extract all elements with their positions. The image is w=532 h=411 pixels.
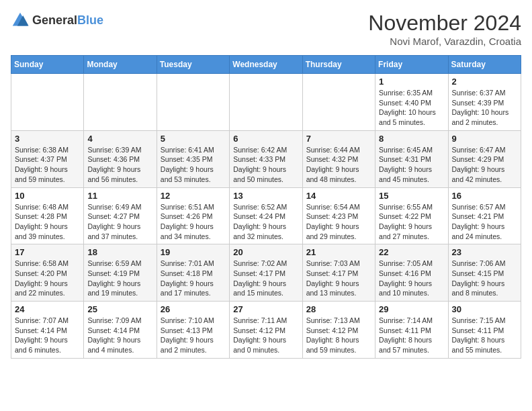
calendar-cell: 7Sunrise: 6:44 AM Sunset: 4:32 PM Daylig…	[302, 130, 375, 187]
day-info: Sunrise: 7:13 AM Sunset: 4:12 PM Dayligh…	[306, 316, 371, 355]
calendar-table: SundayMondayTuesdayWednesdayThursdayFrid…	[11, 55, 521, 359]
day-info: Sunrise: 6:42 AM Sunset: 4:33 PM Dayligh…	[233, 145, 298, 185]
calendar-cell: 23Sunrise: 7:06 AM Sunset: 4:15 PM Dayli…	[448, 244, 521, 302]
calendar-cell: 13Sunrise: 6:52 AM Sunset: 4:24 PM Dayli…	[230, 187, 302, 244]
logo-text-blue: Blue	[77, 13, 103, 27]
day-number: 9	[452, 134, 517, 144]
day-number: 11	[87, 191, 152, 201]
day-number: 4	[87, 134, 152, 144]
day-number: 5	[161, 134, 226, 144]
day-info: Sunrise: 6:45 AM Sunset: 4:31 PM Dayligh…	[379, 145, 444, 185]
calendar-cell: 22Sunrise: 7:05 AM Sunset: 4:16 PM Dayli…	[375, 244, 448, 302]
day-info: Sunrise: 6:54 AM Sunset: 4:23 PM Dayligh…	[306, 202, 371, 242]
day-number: 25	[87, 304, 152, 314]
day-info: Sunrise: 7:07 AM Sunset: 4:14 PM Dayligh…	[15, 316, 80, 355]
month-title: November 2024	[368, 11, 521, 36]
calendar-week-row: 24Sunrise: 7:07 AM Sunset: 4:14 PM Dayli…	[11, 302, 521, 359]
calendar-cell	[11, 74, 84, 131]
calendar-cell: 30Sunrise: 7:15 AM Sunset: 4:11 PM Dayli…	[448, 302, 521, 359]
calendar-cell: 10Sunrise: 6:48 AM Sunset: 4:28 PM Dayli…	[11, 187, 84, 244]
day-number: 24	[15, 304, 80, 314]
day-info: Sunrise: 6:59 AM Sunset: 4:19 PM Dayligh…	[87, 259, 152, 298]
day-number: 18	[87, 247, 152, 257]
calendar-cell: 4Sunrise: 6:39 AM Sunset: 4:36 PM Daylig…	[84, 130, 157, 187]
day-info: Sunrise: 6:57 AM Sunset: 4:21 PM Dayligh…	[452, 202, 517, 242]
day-info: Sunrise: 7:02 AM Sunset: 4:17 PM Dayligh…	[233, 259, 298, 298]
calendar-cell: 1Sunrise: 6:35 AM Sunset: 4:40 PM Daylig…	[375, 74, 448, 131]
day-number: 1	[379, 77, 444, 87]
day-info: Sunrise: 7:11 AM Sunset: 4:12 PM Dayligh…	[233, 316, 298, 355]
day-info: Sunrise: 6:49 AM Sunset: 4:27 PM Dayligh…	[87, 202, 152, 242]
calendar-week-row: 1Sunrise: 6:35 AM Sunset: 4:40 PM Daylig…	[11, 74, 521, 131]
day-number: 21	[306, 247, 371, 257]
calendar-cell: 8Sunrise: 6:45 AM Sunset: 4:31 PM Daylig…	[375, 130, 448, 187]
calendar-cell: 21Sunrise: 7:03 AM Sunset: 4:17 PM Dayli…	[302, 244, 375, 302]
day-info: Sunrise: 7:10 AM Sunset: 4:13 PM Dayligh…	[161, 316, 226, 355]
calendar-cell: 18Sunrise: 6:59 AM Sunset: 4:19 PM Dayli…	[84, 244, 157, 302]
calendar-cell: 19Sunrise: 7:01 AM Sunset: 4:18 PM Dayli…	[157, 244, 229, 302]
calendar-week-row: 3Sunrise: 6:38 AM Sunset: 4:37 PM Daylig…	[11, 130, 521, 187]
day-info: Sunrise: 6:35 AM Sunset: 4:40 PM Dayligh…	[379, 88, 444, 128]
day-number: 26	[161, 304, 226, 314]
logo-icon	[11, 11, 30, 30]
day-number: 10	[15, 191, 80, 201]
day-number: 22	[379, 247, 444, 257]
day-info: Sunrise: 7:03 AM Sunset: 4:17 PM Dayligh…	[306, 259, 371, 298]
weekday-header-saturday: Saturday	[448, 56, 521, 74]
calendar-cell: 5Sunrise: 6:41 AM Sunset: 4:35 PM Daylig…	[157, 130, 229, 187]
day-info: Sunrise: 6:37 AM Sunset: 4:39 PM Dayligh…	[452, 88, 517, 128]
logo: GeneralBlue	[11, 11, 103, 30]
day-number: 20	[233, 247, 298, 257]
day-number: 29	[379, 304, 444, 314]
calendar-cell: 3Sunrise: 6:38 AM Sunset: 4:37 PM Daylig…	[11, 130, 84, 187]
calendar-cell	[230, 74, 302, 131]
day-info: Sunrise: 6:47 AM Sunset: 4:29 PM Dayligh…	[452, 145, 517, 185]
calendar-cell: 15Sunrise: 6:55 AM Sunset: 4:22 PM Dayli…	[375, 187, 448, 244]
calendar-week-row: 17Sunrise: 6:58 AM Sunset: 4:20 PM Dayli…	[11, 244, 521, 302]
weekday-header-monday: Monday	[84, 56, 157, 74]
day-info: Sunrise: 6:58 AM Sunset: 4:20 PM Dayligh…	[15, 259, 80, 298]
calendar-cell: 24Sunrise: 7:07 AM Sunset: 4:14 PM Dayli…	[11, 302, 84, 359]
calendar-cell: 9Sunrise: 6:47 AM Sunset: 4:29 PM Daylig…	[448, 130, 521, 187]
day-number: 13	[233, 191, 298, 201]
day-info: Sunrise: 6:41 AM Sunset: 4:35 PM Dayligh…	[161, 145, 226, 185]
calendar-cell: 12Sunrise: 6:51 AM Sunset: 4:26 PM Dayli…	[157, 187, 229, 244]
day-info: Sunrise: 7:06 AM Sunset: 4:15 PM Dayligh…	[452, 259, 517, 298]
day-number: 17	[15, 247, 80, 257]
day-number: 14	[306, 191, 371, 201]
day-number: 30	[452, 304, 517, 314]
calendar-cell: 27Sunrise: 7:11 AM Sunset: 4:12 PM Dayli…	[230, 302, 302, 359]
day-number: 8	[379, 134, 444, 144]
weekday-header-row: SundayMondayTuesdayWednesdayThursdayFrid…	[11, 56, 521, 74]
day-info: Sunrise: 6:51 AM Sunset: 4:26 PM Dayligh…	[161, 202, 226, 242]
calendar-cell: 14Sunrise: 6:54 AM Sunset: 4:23 PM Dayli…	[302, 187, 375, 244]
day-info: Sunrise: 7:15 AM Sunset: 4:11 PM Dayligh…	[452, 316, 517, 355]
day-number: 2	[452, 77, 517, 87]
calendar-cell: 20Sunrise: 7:02 AM Sunset: 4:17 PM Dayli…	[230, 244, 302, 302]
day-number: 27	[233, 304, 298, 314]
calendar-cell	[157, 74, 229, 131]
title-area: November 2024 Novi Marof, Varazdin, Croa…	[368, 11, 521, 47]
calendar-cell: 26Sunrise: 7:10 AM Sunset: 4:13 PM Dayli…	[157, 302, 229, 359]
day-number: 6	[233, 134, 298, 144]
day-info: Sunrise: 6:39 AM Sunset: 4:36 PM Dayligh…	[87, 145, 152, 185]
calendar-cell: 28Sunrise: 7:13 AM Sunset: 4:12 PM Dayli…	[302, 302, 375, 359]
calendar-cell: 25Sunrise: 7:09 AM Sunset: 4:14 PM Dayli…	[84, 302, 157, 359]
calendar-cell: 6Sunrise: 6:42 AM Sunset: 4:33 PM Daylig…	[230, 130, 302, 187]
day-info: Sunrise: 7:14 AM Sunset: 4:11 PM Dayligh…	[379, 316, 444, 355]
calendar-cell: 29Sunrise: 7:14 AM Sunset: 4:11 PM Dayli…	[375, 302, 448, 359]
day-number: 7	[306, 134, 371, 144]
day-number: 3	[15, 134, 80, 144]
day-info: Sunrise: 6:52 AM Sunset: 4:24 PM Dayligh…	[233, 202, 298, 242]
day-info: Sunrise: 7:09 AM Sunset: 4:14 PM Dayligh…	[87, 316, 152, 355]
day-info: Sunrise: 6:38 AM Sunset: 4:37 PM Dayligh…	[15, 145, 80, 185]
weekday-header-sunday: Sunday	[11, 56, 84, 74]
day-number: 23	[452, 247, 517, 257]
weekday-header-wednesday: Wednesday	[230, 56, 302, 74]
day-number: 16	[452, 191, 517, 201]
day-number: 12	[161, 191, 226, 201]
header: GeneralBlue November 2024 Novi Marof, Va…	[11, 11, 521, 47]
day-info: Sunrise: 6:48 AM Sunset: 4:28 PM Dayligh…	[15, 202, 80, 242]
logo-text-general: General	[32, 13, 77, 27]
day-info: Sunrise: 7:01 AM Sunset: 4:18 PM Dayligh…	[161, 259, 226, 298]
